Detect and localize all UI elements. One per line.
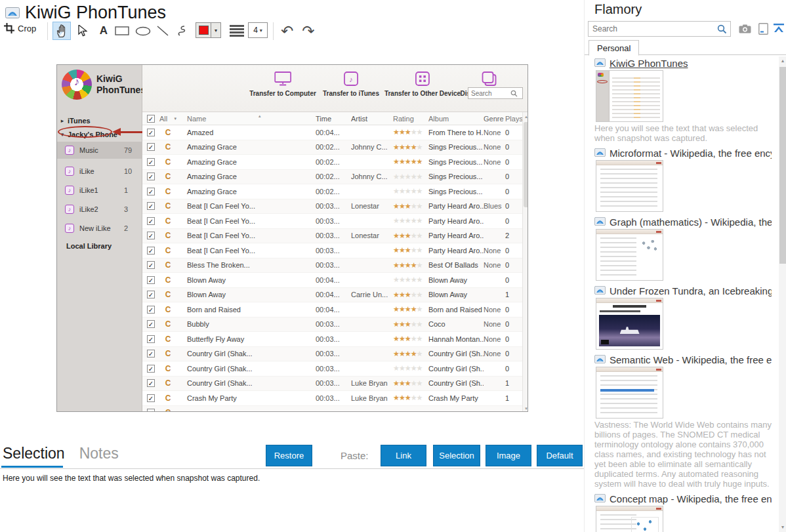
snapshot-title-row[interactable]: KiwiG PhonTunes: [594, 58, 772, 69]
row-checkbox[interactable]: ✓: [147, 306, 155, 314]
song-row[interactable]: ✓CCountry Girl (Shak...00:03...Luke Brya…: [142, 377, 522, 392]
song-row[interactable]: ✓CBubbly00:03...★★★★★CocoNone0: [142, 317, 522, 333]
song-row[interactable]: ✓CAmazing Grace00:02...★★★★★Sings Precio…: [142, 155, 522, 170]
playlist-item-ilike[interactable]: ♪iLike10: [57, 163, 142, 180]
color-swatch[interactable]: [196, 23, 211, 37]
column-header-all[interactable]: All: [159, 115, 172, 123]
column-header-time[interactable]: Time: [316, 115, 351, 123]
snapshot-title-row[interactable]: Under Frozen Tundra, an Icebreaking Ship…: [594, 285, 772, 297]
playlist-item-new-ilike[interactable]: ♪New iLike2: [57, 220, 142, 237]
song-row[interactable]: ✓CBeat [I Can Feel Yo...00:03...Lonestar…: [142, 199, 522, 215]
song-row[interactable]: ✓CAmazing Grace00:02...Johnny C...★★★★★S…: [142, 140, 522, 155]
snapshot-thumbnail[interactable]: [596, 160, 663, 212]
snapshot-title[interactable]: Graph (mathematics) - Wikipedia, the fre…: [610, 216, 772, 228]
playlist-item-ilike1[interactable]: ♪iLike11: [57, 182, 142, 199]
snapshot-camera-button[interactable]: [737, 22, 753, 36]
app-search-box[interactable]: [468, 87, 523, 99]
freehand-tool-button[interactable]: [172, 22, 190, 40]
row-checkbox[interactable]: ✓: [147, 409, 155, 412]
song-row[interactable]: ✓CButterfly Fly Away00:03...★★★★★Hannah …: [142, 332, 522, 347]
sidebar-item-local-library[interactable]: Local Library: [57, 239, 142, 253]
song-row[interactable]: ✓CAmazed00:04...★★★★★From There to H...N…: [142, 125, 522, 140]
row-checkbox[interactable]: ✓: [147, 350, 155, 358]
row-checkbox[interactable]: ✓: [147, 379, 155, 387]
color-picker[interactable]: ▾: [196, 22, 221, 38]
column-header-rating[interactable]: Rating: [393, 115, 428, 123]
row-checkbox[interactable]: ✓: [147, 276, 155, 284]
snapshot-title-row[interactable]: Semantic Web - Wikipedia, the free encyc…: [594, 354, 772, 365]
row-checkbox[interactable]: ✓: [147, 173, 155, 180]
column-header-artist[interactable]: Artist: [351, 115, 393, 123]
song-row[interactable]: ✓CCrash My Party00:03...Luke Bryan★★★★★C…: [142, 391, 522, 406]
select-all-checkbox[interactable]: ✓: [147, 115, 155, 123]
restore-button[interactable]: Restore: [266, 445, 312, 466]
table-scrollbar[interactable]: ▴ ▾: [522, 112, 528, 412]
transfer-to-computer-button[interactable]: Transfer to Computer: [249, 72, 316, 97]
snapshot-title[interactable]: KiwiG PhonTunes: [610, 58, 772, 69]
flamory-search-input[interactable]: [589, 22, 710, 36]
sidebar-item-itunes[interactable]: ▸ iTunes: [57, 115, 142, 127]
ellipse-tool-button[interactable]: [134, 22, 152, 40]
paste-image-button[interactable]: Image: [486, 445, 531, 466]
song-row[interactable]: ✓CBeat [I Can Feel Yo...00:03...★★★★★Par…: [142, 243, 522, 258]
row-checkbox[interactable]: ✓: [147, 232, 155, 239]
song-row[interactable]: ✓CBorn and Raised00:04...★★★★★Born and R…: [142, 302, 522, 317]
row-checkbox[interactable]: ✓: [147, 261, 155, 269]
song-row[interactable]: ✓CCountry Girl (Shak...00:03...★★★★★Coun…: [142, 361, 522, 377]
row-checkbox[interactable]: ✓: [147, 188, 155, 195]
snapshot-thumbnail[interactable]: [596, 70, 663, 122]
color-dropdown-button[interactable]: ▾: [211, 23, 220, 37]
row-checkbox[interactable]: ✓: [147, 394, 155, 402]
scroll-down-icon[interactable]: ▾: [779, 523, 786, 532]
scroll-up-icon[interactable]: ▴: [779, 56, 786, 66]
song-row[interactable]: ✓CBeat [I Can Feel Yo...00:03...★★★★★Par…: [142, 214, 522, 229]
column-header-album[interactable]: Album: [428, 115, 484, 123]
snapshot-title-row[interactable]: Concept map - Wikipedia, the free encycl…: [594, 493, 772, 504]
row-checkbox[interactable]: ✓: [147, 365, 155, 373]
row-checkbox[interactable]: ✓: [147, 335, 155, 343]
sidebar-item-device[interactable]: ▾ Jacky's Phone: [57, 129, 142, 140]
playlist-item-music[interactable]: ♪Music79: [57, 142, 142, 159]
rectangle-tool-button[interactable]: [113, 22, 131, 40]
snapshot-title[interactable]: Under Frozen Tundra, an Icebreaking Ship…: [610, 285, 772, 297]
undo-button[interactable]: ↶: [278, 22, 297, 40]
song-row[interactable]: ✓CBeat [I Can Feel Yo...00:03...Lonestar…: [142, 229, 522, 244]
row-checkbox[interactable]: ✓: [147, 247, 155, 255]
scroll-up-icon[interactable]: ▴: [523, 112, 528, 121]
song-row[interactable]: ✓CCountry Girl (Shak...00:03...★★★★★Coun…: [142, 347, 522, 362]
song-row[interactable]: ✓CAmazing Grace00:02...Johnny C...★★★★★S…: [142, 170, 522, 185]
transfer-to-itunes-button[interactable]: ♪ Transfer to iTunes: [323, 72, 379, 97]
app-search-input[interactable]: [468, 90, 510, 97]
line-tool-button[interactable]: [154, 22, 172, 40]
song-row[interactable]: ✓CBlown Away00:04...★★★★★Blown Away0: [142, 273, 522, 288]
row-checkbox[interactable]: ✓: [147, 143, 155, 151]
song-row-partial[interactable]: ✓C: [142, 406, 522, 413]
tab-personal[interactable]: Personal: [589, 40, 639, 56]
tab-notes[interactable]: Notes: [79, 445, 119, 462]
snapshot-title-row[interactable]: Microformat - Wikipedia, the free encycl…: [594, 148, 772, 159]
snapshot-thumbnail[interactable]: [596, 367, 663, 419]
panel-scrollbar[interactable]: ▴ ▾: [779, 56, 786, 532]
hand-tool-button[interactable]: [52, 22, 71, 40]
snapshot-title[interactable]: Semantic Web - Wikipedia, the free encyc…: [610, 354, 772, 365]
snapshot-thumbnail[interactable]: [596, 298, 663, 350]
snapshot-title[interactable]: Microformat - Wikipedia, the free encycl…: [610, 148, 772, 159]
text-tool-button[interactable]: A: [94, 22, 113, 40]
new-note-button[interactable]: [755, 22, 771, 36]
row-checkbox[interactable]: ✓: [147, 217, 155, 225]
pin-to-top-button[interactable]: [771, 22, 786, 36]
column-header-plays[interactable]: Plays: [505, 115, 522, 123]
column-header-name[interactable]: ▴ Name: [176, 115, 316, 123]
paste-selection-button[interactable]: Selection: [433, 445, 480, 466]
flamory-search-box[interactable]: [588, 21, 731, 37]
row-checkbox[interactable]: ✓: [147, 320, 155, 328]
select-arrow-tool-button[interactable]: [73, 22, 92, 40]
snapshot-title-row[interactable]: Graph (mathematics) - Wikipedia, the fre…: [594, 216, 772, 228]
scrollbar-thumb[interactable]: [779, 67, 786, 264]
tab-selection[interactable]: Selection: [3, 445, 65, 462]
row-checkbox[interactable]: ✓: [147, 129, 155, 136]
snapshot-title[interactable]: Concept map - Wikipedia, the free encycl…: [610, 493, 772, 504]
playlist-item-ilike2[interactable]: ♪iLike23: [57, 201, 142, 218]
row-checkbox[interactable]: ✓: [147, 202, 155, 210]
snapshot-thumbnail[interactable]: [596, 229, 663, 281]
